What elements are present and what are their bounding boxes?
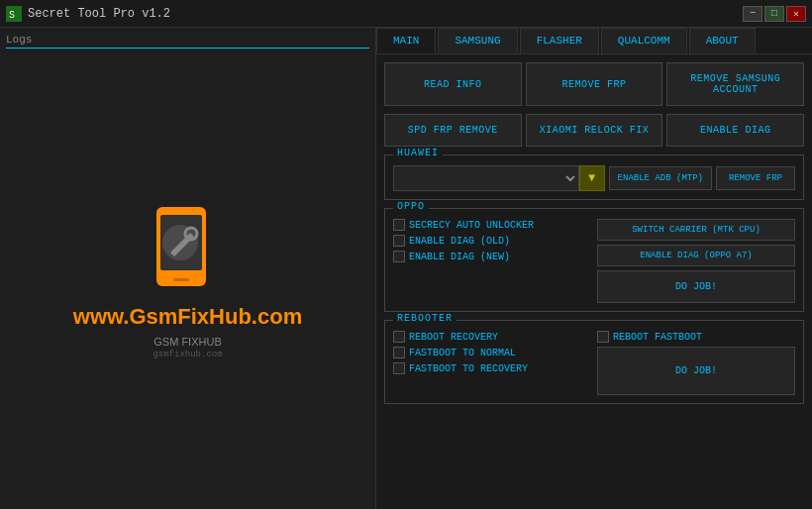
fastboot-to-normal-row: FASTBOOT TO NORMAL [393, 347, 591, 358]
rebooter-right-col: REBOOT FASTBOOT DO JOB! [597, 331, 795, 395]
enable-diag-old-label: ENABLE DIAG (OLD) [409, 236, 510, 247]
tab-samsung[interactable]: SAMSUNG [438, 28, 517, 53]
rebooter-grid: REBOOT RECOVERY FASTBOOT TO NORMAL FASTB… [393, 331, 795, 395]
reboot-fastboot-label: REBOOT FASTBOOT [613, 332, 702, 343]
fastboot-to-normal-checkbox[interactable] [393, 347, 405, 358]
enable-diag-oppo-a7-button[interactable]: ENABLE DIAG (OPPO A7) [597, 245, 795, 266]
close-button[interactable]: ✕ [786, 6, 806, 22]
enable-diag-new-checkbox[interactable] [393, 251, 405, 262]
oppo-checkboxes-col: SECRECY AUTO UNLOCKER ENABLE DIAG (OLD) … [393, 219, 591, 303]
title-bar: S Secret Tool Pro v1.2 − □ ✕ [0, 0, 812, 28]
huawei-section: HUAWEI ▼ ENABLE ADB (MTP) REMOVE FRP [384, 154, 804, 200]
left-panel: Logs www.GsmFixHub.com GSM FIXHUB gsmfix… [0, 28, 376, 509]
rebooter-left-col: REBOOT RECOVERY FASTBOOT TO NORMAL FASTB… [393, 331, 591, 395]
logs-label: Logs [6, 34, 369, 49]
oppo-label: OPPO [393, 201, 429, 212]
huawei-buttons: ENABLE ADB (MTP) REMOVE FRP [609, 166, 795, 190]
right-panel: MAIN SAMSUNG FLASHER QUALCOMM ABOUT READ… [376, 28, 812, 509]
logo-website: www.GsmFixHub.com [73, 304, 302, 330]
enable-diag-button[interactable]: ENABLE DIAG [666, 114, 804, 147]
svg-text:S: S [9, 10, 15, 21]
xiaomi-relock-fix-button[interactable]: XIAOMI RELOCK FIX [526, 114, 663, 147]
brand-logo [139, 197, 238, 296]
fastboot-to-recovery-checkbox[interactable] [393, 362, 405, 374]
reboot-recovery-row: REBOOT RECOVERY [393, 331, 591, 343]
oppo-cb-row-1: SECRECY AUTO UNLOCKER [393, 219, 591, 231]
remove-frp-button[interactable]: REMOVE FRP [526, 62, 663, 106]
tab-main[interactable]: MAIN [376, 28, 436, 53]
enable-adb-mtp-button[interactable]: ENABLE ADB (MTP) [609, 166, 712, 190]
rebooter-do-job-button[interactable]: DO JOB! [597, 347, 795, 395]
rebooter-label: REBOOTER [393, 313, 457, 324]
oppo-grid: SECRECY AUTO UNLOCKER ENABLE DIAG (OLD) … [393, 219, 795, 303]
tab-about[interactable]: ABOUT [689, 28, 756, 53]
main-content: READ INFO REMOVE FRP REMOVE SAMSUNG ACCO… [376, 54, 812, 509]
oppo-right-col: SWITCH CARRIER (MTK CPU) ENABLE DIAG (OP… [597, 219, 795, 303]
fastboot-to-recovery-label: FASTBOOT TO RECOVERY [409, 363, 528, 374]
enable-diag-old-checkbox[interactable] [393, 235, 405, 247]
spd-frp-remove-button[interactable]: SPD FRP REMOVE [384, 114, 522, 147]
tab-qualcomm[interactable]: QUALCOMM [601, 28, 687, 53]
tabs-bar: MAIN SAMSUNG FLASHER QUALCOMM ABOUT [376, 28, 812, 54]
huawei-remove-frp-button[interactable]: REMOVE FRP [716, 166, 795, 190]
reboot-recovery-label: REBOOT RECOVERY [409, 332, 498, 343]
oppo-do-job-button[interactable]: DO JOB! [597, 270, 795, 303]
reboot-recovery-checkbox[interactable] [393, 331, 405, 343]
oppo-section: OPPO SECRECY AUTO UNLOCKER ENABLE DIAG (… [384, 208, 804, 312]
svg-rect-4 [173, 278, 189, 281]
secrecy-auto-unlocker-label: SECRECY AUTO UNLOCKER [409, 220, 534, 231]
main-layout: Logs www.GsmFixHub.com GSM FIXHUB gsmfix… [0, 28, 812, 509]
oppo-cb-row-3: ENABLE DIAG (NEW) [393, 251, 591, 262]
secrecy-auto-unlocker-checkbox[interactable] [393, 219, 405, 231]
reboot-fastboot-row: REBOOT FASTBOOT [597, 331, 795, 343]
button-row-2: SPD FRP REMOVE XIAOMI RELOCK FIX ENABLE … [384, 114, 804, 147]
dropdown-arrow-button[interactable]: ▼ [579, 165, 605, 191]
maximize-button[interactable]: □ [764, 6, 784, 22]
app-icon: S [6, 6, 22, 22]
window-controls: − □ ✕ [743, 6, 806, 22]
read-info-button[interactable]: READ INFO [384, 62, 522, 106]
switch-carrier-mtk-button[interactable]: SWITCH CARRIER (MTK CPU) [597, 219, 795, 241]
huawei-label: HUAWEI [393, 148, 443, 158]
brand-url: gsmfixhub.com [152, 350, 222, 359]
window-title: Secret Tool Pro v1.2 [28, 7, 743, 21]
rebooter-section: REBOOTER REBOOT RECOVERY FASTBOOT TO NOR… [384, 320, 804, 404]
remove-samsung-account-button[interactable]: REMOVE SAMSUNG ACCOUNT [666, 62, 804, 106]
fastboot-to-recovery-row: FASTBOOT TO RECOVERY [393, 362, 591, 374]
oppo-cb-row-2: ENABLE DIAG (OLD) [393, 235, 591, 247]
huawei-dropdown[interactable] [393, 165, 579, 191]
logo-area: www.GsmFixHub.com GSM FIXHUB gsmfixhub.c… [6, 52, 369, 503]
tab-flasher[interactable]: FLASHER [520, 28, 599, 53]
fastboot-to-normal-label: FASTBOOT TO NORMAL [409, 348, 516, 358]
huawei-row: ▼ ENABLE ADB (MTP) REMOVE FRP [393, 165, 795, 191]
enable-diag-new-label: ENABLE DIAG (NEW) [409, 252, 510, 262]
button-row-1: READ INFO REMOVE FRP REMOVE SAMSUNG ACCO… [384, 62, 804, 106]
minimize-button[interactable]: − [743, 6, 762, 22]
reboot-fastboot-checkbox[interactable] [597, 331, 609, 343]
brand-name: GSM FIXHUB [153, 336, 221, 348]
